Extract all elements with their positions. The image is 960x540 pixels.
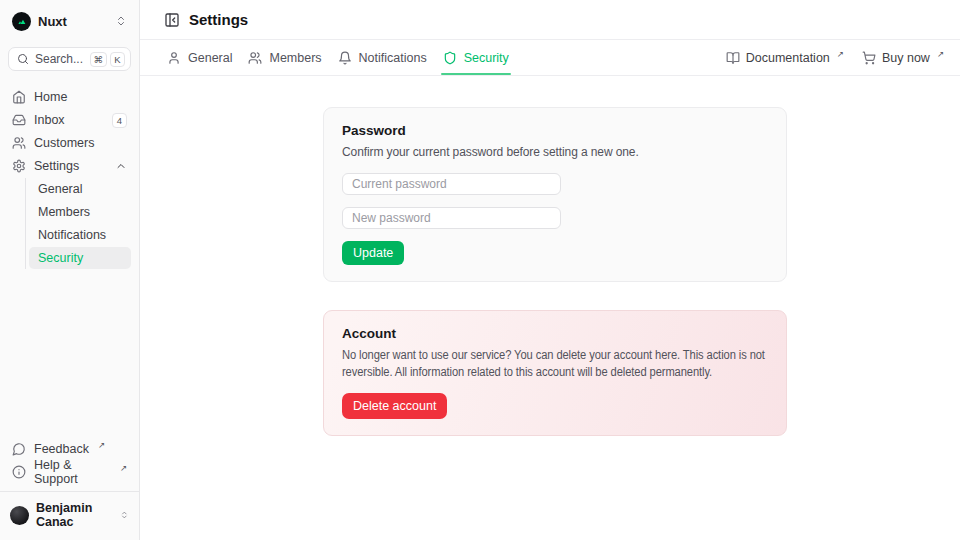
kbd-k: K: [110, 52, 125, 67]
chevrons-up-down-icon: [120, 509, 129, 521]
shield-icon: [443, 51, 457, 65]
sidebar-item-settings[interactable]: Settings: [8, 155, 131, 177]
chevrons-up-down-icon: [115, 15, 127, 27]
account-card: Account No longer want to use our servic…: [323, 310, 787, 436]
sidebar-item-label: Inbox: [34, 113, 65, 127]
sidebar-item-label: Help & Support: [34, 458, 111, 486]
password-card-description: Confirm your current password before set…: [342, 144, 768, 161]
external-link-icon: ↗: [120, 463, 127, 473]
kbd-meta: ⌘: [90, 52, 108, 67]
users-icon: [12, 136, 26, 150]
sidebar-item-help-support[interactable]: Help & Support ↗: [8, 461, 131, 483]
sidebar-nav: Home Inbox 4 Customers Settings General …: [8, 86, 131, 269]
page-title: Settings: [189, 11, 248, 28]
current-password-field[interactable]: [342, 173, 561, 195]
tabs: General Members Notifications Security: [167, 40, 509, 75]
buy-now-link[interactable]: Buy now ↗: [862, 40, 944, 75]
external-link-icon: ↗: [98, 440, 105, 450]
password-card-title: Password: [342, 123, 768, 138]
search-icon: [17, 53, 29, 65]
settings-subnav: General Members Notifications Security: [25, 178, 131, 269]
tab-label: General: [188, 51, 232, 65]
tab-members[interactable]: Members: [248, 40, 321, 75]
tab-notifications[interactable]: Notifications: [338, 40, 427, 75]
header-actions: Documentation ↗ Buy now ↗: [726, 40, 944, 75]
sidebar-item-label: Customers: [34, 136, 94, 150]
message-circle-icon: [12, 442, 26, 456]
sidebar-item-label: Settings: [34, 159, 79, 173]
sidebar: Nuxt Search... ⌘ K Home Inbox 4 Customer…: [0, 0, 140, 540]
info-circle-icon: [12, 465, 26, 479]
external-link-icon: ↗: [937, 49, 944, 59]
sidebar-subitem-label: General: [38, 182, 82, 196]
sidebar-item-label: Home: [34, 90, 67, 104]
buy-now-label: Buy now: [882, 51, 930, 65]
main-area: Settings General Members Notifications S…: [140, 0, 960, 540]
sidebar-item-customers[interactable]: Customers: [8, 132, 131, 154]
tab-label: Security: [464, 51, 509, 65]
new-password-field[interactable]: [342, 207, 561, 229]
sidebar-subitem-label: Notifications: [38, 228, 106, 242]
users-icon: [248, 51, 262, 65]
update-password-button[interactable]: Update: [342, 241, 404, 265]
chevron-up-icon: [115, 160, 127, 172]
sidebar-subitem-members[interactable]: Members: [29, 201, 131, 223]
user-name: Benjamin Canac: [36, 501, 106, 529]
tab-label: Members: [269, 51, 321, 65]
account-card-title: Account: [342, 326, 768, 341]
account-card-description: No longer want to use our service? You c…: [342, 347, 768, 381]
page-header: Settings: [140, 0, 960, 40]
sidebar-subitem-notifications[interactable]: Notifications: [29, 224, 131, 246]
home-icon: [12, 90, 26, 104]
sidebar-subitem-security[interactable]: Security: [29, 247, 131, 269]
settings-security-panel: Password Confirm your current password b…: [140, 76, 960, 540]
sidebar-subitem-label: Members: [38, 205, 90, 219]
panel-left-close-icon[interactable]: [164, 12, 180, 28]
documentation-link[interactable]: Documentation ↗: [726, 40, 844, 75]
book-open-icon: [726, 51, 740, 65]
sidebar-subitem-general[interactable]: General: [29, 178, 131, 200]
avatar: [10, 506, 29, 525]
sidebar-item-feedback[interactable]: Feedback ↗: [8, 438, 131, 460]
external-link-icon: ↗: [837, 49, 844, 59]
account-description-line: reversible. All information related to t…: [342, 364, 738, 381]
sidebar-item-label: Feedback: [34, 442, 89, 456]
nuxt-logo-icon: [12, 12, 31, 31]
search-input[interactable]: Search... ⌘ K: [8, 47, 131, 71]
search-placeholder: Search...: [35, 52, 83, 66]
sidebar-footer: Feedback ↗ Help & Support ↗: [8, 438, 131, 483]
tab-general[interactable]: General: [167, 40, 232, 75]
gear-icon: [12, 159, 26, 173]
inbox-icon: [12, 113, 26, 127]
tab-label: Notifications: [359, 51, 427, 65]
shopping-cart-icon: [862, 51, 876, 65]
sidebar-item-inbox[interactable]: Inbox 4: [8, 109, 131, 131]
delete-account-button[interactable]: Delete account: [342, 393, 447, 419]
user-menu[interactable]: Benjamin Canac: [0, 491, 139, 532]
tab-bar: General Members Notifications Security D…: [140, 40, 960, 76]
account-description-line: No longer want to use our service? You c…: [342, 347, 738, 364]
user-icon: [167, 51, 181, 65]
sidebar-subitem-label: Security: [38, 251, 83, 265]
workspace-selector[interactable]: Nuxt: [8, 8, 131, 34]
password-card: Password Confirm your current password b…: [323, 107, 787, 282]
tab-security[interactable]: Security: [443, 40, 509, 75]
documentation-label: Documentation: [746, 51, 830, 65]
sidebar-item-home[interactable]: Home: [8, 86, 131, 108]
inbox-count-badge: 4: [112, 113, 127, 128]
bell-icon: [338, 51, 352, 65]
workspace-name: Nuxt: [38, 14, 67, 29]
